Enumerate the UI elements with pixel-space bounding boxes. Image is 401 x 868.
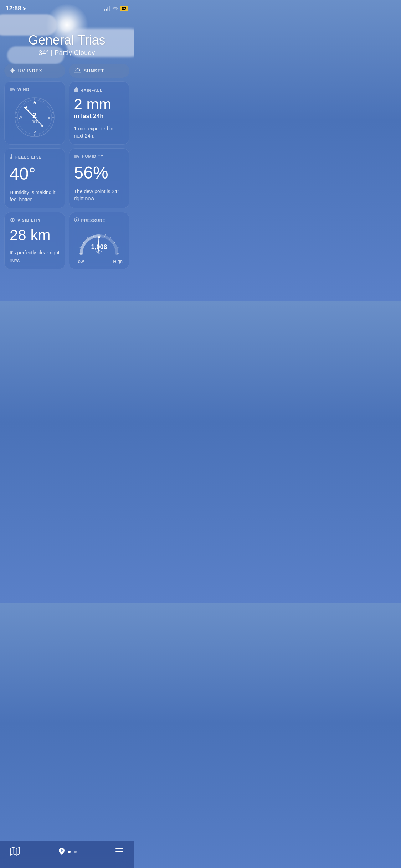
svg-line-8 xyxy=(39,99,40,100)
svg-rect-42 xyxy=(11,154,12,157)
svg-text:2: 2 xyxy=(32,111,37,120)
svg-line-11 xyxy=(50,108,51,108)
svg-text:E: E xyxy=(48,115,50,119)
svg-line-20 xyxy=(30,134,30,136)
svg-marker-37 xyxy=(25,106,27,109)
main-content: ☀ UV INDEX SUNSET xyxy=(0,64,134,301)
svg-line-16 xyxy=(47,130,48,131)
rainfall-amount: 2 mm xyxy=(74,97,124,112)
location-header: General Trias 34° | Partly Cloudy xyxy=(0,15,134,64)
humidity-icon xyxy=(74,154,80,159)
feels-like-widget: FEELS LIKE 40° Humidity is making it fee… xyxy=(4,148,65,208)
nav-spacer xyxy=(4,269,129,301)
sunset-icon xyxy=(74,68,81,74)
uv-index-button[interactable]: ☀ UV INDEX xyxy=(4,64,65,78)
signal-bar-4 xyxy=(109,6,110,11)
sun-icon: ☀ xyxy=(10,67,15,74)
svg-line-10 xyxy=(47,104,48,105)
pressure-gauge-svg: 1,006 hPa xyxy=(76,227,122,257)
rainfall-widget: RAINFALL 2 mm in last 24h 1 mm expected … xyxy=(69,81,130,145)
rainfall-icon xyxy=(74,87,78,93)
compass-svg: N S E W 2 m/s xyxy=(13,96,56,139)
signal-bar-1 xyxy=(104,9,105,11)
wifi-icon xyxy=(112,6,118,11)
svg-text:hPa: hPa xyxy=(96,250,103,254)
svg-line-9 xyxy=(43,100,44,102)
svg-line-26 xyxy=(16,112,17,113)
quick-buttons: ☀ UV INDEX SUNSET xyxy=(4,64,129,78)
visibility-note: It's perfectly clear right now. xyxy=(10,249,60,263)
svg-line-14 xyxy=(52,122,53,122)
weather-description: 34° | Partly Cloudy xyxy=(7,49,127,57)
wind-widget: WIND xyxy=(4,81,65,145)
widget-grid: WIND xyxy=(4,81,129,269)
humidity-note: The dew point is 24° right now. xyxy=(74,188,124,202)
svg-text:W: W xyxy=(19,115,22,119)
city-name: General Trias xyxy=(7,33,127,48)
svg-text:m/s: m/s xyxy=(32,119,37,123)
svg-point-45 xyxy=(12,219,13,221)
status-bar: 12:58 ➤ 62 xyxy=(0,0,134,15)
eye-icon xyxy=(10,217,15,223)
pressure-gauge: 1,006 hPa Low High xyxy=(74,227,124,264)
svg-line-29 xyxy=(25,100,26,102)
pressure-low-label: Low xyxy=(76,259,84,264)
svg-line-27 xyxy=(18,108,19,108)
rainfall-period: in last 24h xyxy=(74,113,124,120)
signal-bar-2 xyxy=(106,9,107,11)
svg-line-23 xyxy=(18,126,19,127)
wind-title: WIND xyxy=(10,87,60,92)
svg-line-30 xyxy=(30,99,30,100)
time-display: 12:58 xyxy=(6,5,21,12)
pressure-widget: ℹ PRESSURE xyxy=(69,212,130,269)
feels-like-note: Humidity is making it feel hotter. xyxy=(10,189,60,203)
thermometer-icon xyxy=(10,154,13,160)
visibility-title: VISIBILITY xyxy=(10,217,60,223)
signal-bars xyxy=(104,6,110,11)
status-time: 12:58 ➤ xyxy=(6,5,26,12)
svg-line-15 xyxy=(50,126,51,127)
svg-text:ℹ: ℹ xyxy=(76,219,77,222)
uv-index-label: UV INDEX xyxy=(18,68,42,73)
humidity-widget: HUMIDITY 56% The dew point is 24° right … xyxy=(69,148,130,208)
svg-line-24 xyxy=(16,122,17,122)
svg-text:S: S xyxy=(34,129,36,133)
svg-line-22 xyxy=(21,130,22,131)
pressure-icon: ℹ xyxy=(74,217,79,223)
battery-indicator: 62 xyxy=(120,6,128,11)
svg-line-17 xyxy=(43,133,44,134)
pressure-labels: Low High xyxy=(74,259,124,264)
wind-icon xyxy=(10,87,15,92)
sunset-button[interactable]: SUNSET xyxy=(69,64,130,78)
svg-text:1,006: 1,006 xyxy=(91,243,107,250)
feels-like-title: FEELS LIKE xyxy=(10,154,60,160)
sunset-label: SUNSET xyxy=(84,68,104,73)
rainfall-title: RAINFALL xyxy=(74,87,124,93)
visibility-widget: VISIBILITY 28 km It's perfectly clear ri… xyxy=(4,212,65,269)
pressure-title: ℹ PRESSURE xyxy=(74,217,124,223)
pressure-high-label: High xyxy=(113,259,123,264)
compass: N S E W 2 m/s xyxy=(13,96,56,139)
humidity-title: HUMIDITY xyxy=(74,154,124,159)
status-right: 62 xyxy=(104,6,128,11)
visibility-value: 28 km xyxy=(10,227,60,244)
svg-line-21 xyxy=(25,133,26,134)
location-arrow-icon: ➤ xyxy=(22,6,26,11)
rainfall-note: 1 mm expected in next 24h. xyxy=(74,125,124,139)
svg-point-39 xyxy=(41,125,43,127)
signal-bar-3 xyxy=(107,7,108,11)
humidity-value: 56% xyxy=(74,163,124,182)
svg-line-28 xyxy=(21,104,22,105)
svg-line-18 xyxy=(39,134,40,136)
svg-line-12 xyxy=(52,112,53,113)
feels-like-temperature: 40° xyxy=(10,164,60,184)
